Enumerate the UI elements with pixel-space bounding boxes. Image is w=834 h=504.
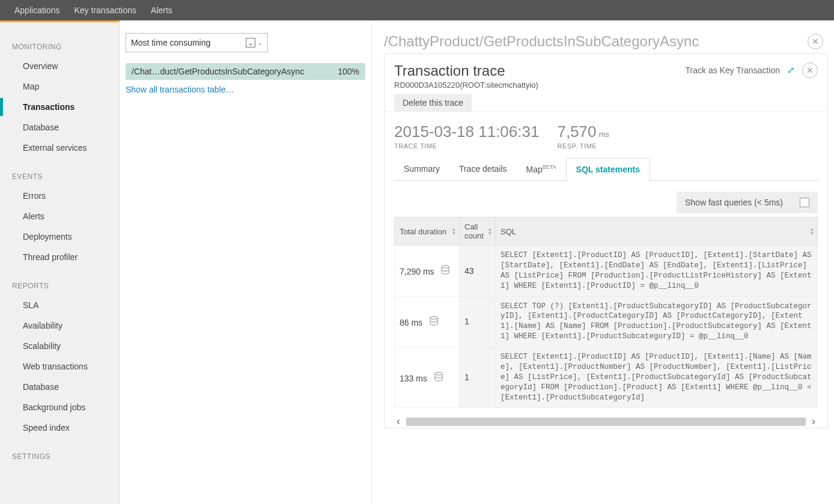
- topnav-key-transactions[interactable]: Key transactions: [67, 1, 144, 20]
- sidebar-item-database[interactable]: Database: [0, 117, 119, 138]
- close-icon: ✕: [806, 65, 814, 75]
- sidebar-item-deployments[interactable]: Deployments: [0, 226, 119, 247]
- expand-icon[interactable]: ⤢: [787, 65, 795, 76]
- table-row[interactable]: 86 ms 1SELECT TOP (?) [Extent1].[Product…: [395, 296, 818, 347]
- trace-tabs: Summary Trace details MapBETA SQL statem…: [394, 158, 818, 181]
- sidebar-item-availability[interactable]: Availability: [0, 315, 119, 336]
- cell-call-count: 1: [460, 296, 496, 347]
- close-panel-button[interactable]: ✕: [808, 34, 823, 49]
- sidebar-item-sla[interactable]: SLA: [0, 295, 119, 315]
- pager-next[interactable]: ›: [809, 415, 818, 428]
- database-icon: [430, 316, 438, 326]
- fast-queries-label: Show fast queries (< 5ms): [685, 198, 783, 207]
- trace-card: Transaction trace RD000D3A105220(ROOT:si…: [384, 53, 828, 428]
- sort-icon: ▴▾: [452, 227, 455, 235]
- section-events: EVENTS: [0, 166, 119, 186]
- pager-prev[interactable]: ‹: [394, 415, 403, 428]
- table-row[interactable]: 133 ms 1SELECT [Extent1].[ProductID] AS …: [395, 347, 818, 408]
- cell-duration: 133 ms: [395, 347, 460, 408]
- sidebar-item-map[interactable]: Map: [0, 76, 119, 97]
- sidebar-item-thread-profiler[interactable]: Thread profiler: [0, 247, 119, 267]
- section-reports: REPORTS: [0, 276, 119, 295]
- transaction-name: /Chat…duct/GetProductsInSubCategoryAsync: [132, 67, 304, 76]
- track-key-transaction-link[interactable]: Track as Key Transaction: [686, 65, 780, 75]
- sidebar-item-scalability[interactable]: Scalability: [0, 336, 119, 356]
- tab-sql-statements[interactable]: SQL statements: [566, 158, 650, 181]
- sql-table: Total duration ▴▾ Call count ▴▾ SQL ▴▾: [394, 217, 818, 408]
- trace-host: RD000D3A105220(ROOT:sitecmchattyio): [394, 80, 538, 90]
- sort-dropdown-label: Most time consuming: [131, 38, 210, 47]
- topnav-alerts[interactable]: Alerts: [144, 1, 180, 20]
- cell-duration: 86 ms: [395, 296, 460, 347]
- col-total-duration[interactable]: Total duration ▴▾: [395, 217, 460, 246]
- sort-dropdown[interactable]: Most time consuming ⌄ ⌄: [126, 33, 268, 52]
- pager-scrollbar[interactable]: [406, 417, 806, 426]
- sort-icon: ▴▾: [811, 227, 814, 235]
- svg-point-2: [435, 372, 442, 374]
- section-monitoring: MONITORING: [0, 37, 119, 56]
- transaction-pct: 100%: [338, 67, 359, 76]
- sidebar-item-report-database[interactable]: Database: [0, 377, 119, 397]
- resp-time-label: RESP. TIME: [557, 142, 609, 150]
- tab-map[interactable]: MapBETA: [517, 158, 566, 180]
- cell-call-count: 43: [460, 246, 496, 297]
- table-row[interactable]: 7,290 ms 43SELECT [Extent1].[ProductID] …: [395, 246, 818, 297]
- cell-sql: SELECT TOP (?) [Extent1].[ProductSubcate…: [496, 296, 818, 347]
- resp-time-unit: ms: [598, 130, 609, 139]
- sidebar-item-external-services[interactable]: External services: [0, 138, 119, 158]
- trace-time-label: TRACE TIME: [394, 142, 539, 150]
- svg-point-0: [442, 266, 449, 268]
- tab-map-label: Map: [526, 165, 543, 174]
- sidebar-item-transactions[interactable]: Transactions: [0, 97, 119, 117]
- sidebar-item-overview[interactable]: Overview: [0, 56, 119, 76]
- tab-trace-details[interactable]: Trace details: [449, 158, 517, 180]
- checkbox-icon: [800, 198, 809, 207]
- svg-point-1: [430, 317, 437, 319]
- cell-call-count: 1: [460, 347, 496, 408]
- sidebar-item-errors[interactable]: Errors: [0, 186, 119, 206]
- chevron-down-icon: ⌄: [257, 39, 263, 47]
- sidebar-item-web-transactions[interactable]: Web transactions: [0, 356, 119, 377]
- sidebar-item-speed-index[interactable]: Speed index: [0, 417, 119, 438]
- beta-badge: BETA: [543, 164, 556, 170]
- tab-summary[interactable]: Summary: [394, 158, 449, 180]
- sidebar-item-background-jobs[interactable]: Background jobs: [0, 397, 119, 417]
- fast-queries-toggle[interactable]: Show fast queries (< 5ms): [677, 192, 818, 213]
- breadcrumb: /ChattyProduct/GetProductsInSubCategoryA…: [384, 33, 699, 50]
- sidebar-item-alerts[interactable]: Alerts: [0, 206, 119, 226]
- chevron-down-icon: ⌄: [246, 38, 255, 47]
- cell-duration: 7,290 ms: [395, 246, 460, 297]
- topnav-applications[interactable]: Applications: [7, 1, 67, 20]
- database-icon: [434, 372, 443, 381]
- close-trace-button[interactable]: ✕: [802, 62, 818, 78]
- delete-trace-button[interactable]: Delete this trace: [394, 94, 472, 111]
- sidebar: MONITORING Overview Map Transactions Dat…: [0, 22, 120, 504]
- top-nav: Applications Key transactions Alerts: [0, 0, 834, 20]
- cell-sql: SELECT [Extent1].[ProductID] AS [Product…: [496, 246, 818, 297]
- cell-sql: SELECT [Extent1].[ProductID] AS [Product…: [496, 347, 818, 408]
- trace-panel: /ChattyProduct/GetProductsInSubCategoryA…: [372, 22, 834, 504]
- col-call-count[interactable]: Call count ▴▾: [460, 217, 496, 246]
- transaction-list-column: Most time consuming ⌄ ⌄ /Chat…duct/GetPr…: [120, 22, 372, 504]
- col-sql[interactable]: SQL ▴▾: [496, 217, 818, 246]
- trace-title: Transaction trace: [394, 62, 538, 79]
- trace-time-value: 2015-03-18 11:06:31: [394, 123, 539, 141]
- transaction-row[interactable]: /Chat…duct/GetProductsInSubCategoryAsync…: [126, 63, 365, 80]
- pager: ‹ ›: [394, 415, 818, 428]
- resp-time-value: 7,570: [557, 123, 596, 141]
- sort-icon: ▴▾: [489, 227, 492, 235]
- show-all-transactions-link[interactable]: Show all transactions table…: [126, 85, 365, 94]
- close-icon: ✕: [812, 37, 819, 46]
- section-settings: SETTINGS: [0, 446, 119, 466]
- database-icon: [441, 265, 449, 275]
